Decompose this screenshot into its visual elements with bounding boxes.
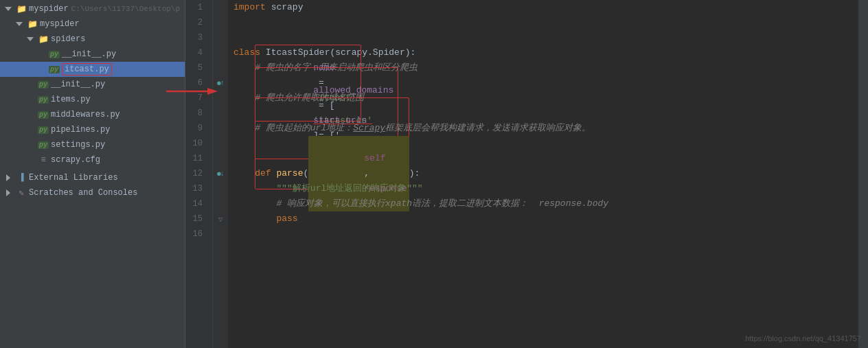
sidebar-item-label10: settings.py	[51, 140, 105, 150]
arrow-down-icon	[3, 3, 14, 14]
code-line-15: pass	[233, 211, 858, 227]
gutter-11	[213, 151, 228, 166]
sidebar-item-spiders[interactable]: 📁 spiders	[0, 32, 185, 47]
paren2: ):	[405, 45, 416, 60]
bar-chart-icon: ▐	[16, 172, 27, 183]
gutter-15: ▽	[213, 211, 228, 227]
scratch-icon: ✎	[16, 187, 27, 198]
py-file-icon2: py	[49, 64, 60, 75]
sidebar-item-items[interactable]: py items.py	[0, 92, 185, 107]
spacer5	[25, 109, 36, 120]
line-num-13: 13	[185, 181, 207, 196]
sidebar-item-itcast[interactable]: py itcast.py	[0, 62, 185, 77]
sidebar-item-label6: __init__.py	[51, 80, 105, 89]
indent14	[233, 196, 276, 211]
sidebar-item-external-libs[interactable]: ▐ External Libraries	[0, 170, 185, 185]
spacer1	[36, 49, 47, 60]
sidebar-item-label7: items.py	[51, 95, 91, 104]
code-line-2	[233, 15, 858, 30]
scrapy-import: scrapy	[271, 0, 304, 15]
fold-icon: ▽	[218, 215, 223, 224]
kw-pass: pass	[276, 211, 297, 227]
comment-line9b: 框架底层会帮我构建请求，发送请求获取响应对象。	[385, 121, 591, 136]
gutter: ● ↑ ● ↓ ▽	[213, 0, 228, 348]
gutter-14	[213, 196, 228, 211]
paren12a: (	[303, 166, 308, 181]
scroll-gutter[interactable]	[858, 0, 868, 348]
code-line-12: def parse ( self , response ):	[233, 166, 858, 181]
start-attr: start_urls	[313, 115, 367, 126]
sp1	[266, 0, 271, 15]
sidebar-item-label13: Scratches and Consoles	[29, 188, 137, 198]
gutter-8	[213, 106, 228, 121]
line-num-5: 5	[185, 60, 207, 76]
sidebar-item-middlewares[interactable]: py middlewares.py	[0, 107, 185, 122]
gutter-1	[213, 0, 228, 15]
param-self: self	[364, 153, 385, 163]
code-area: 1 2 3 4 5 6 7 8 9 10 11 12 13 14 15 16 ●	[185, 0, 868, 348]
code-line-1: import scrapy	[233, 0, 858, 15]
gutter-13	[213, 181, 228, 196]
sidebar-item-scrapy-cfg[interactable]: ≡ scrapy.cfg	[0, 152, 185, 167]
line-num-11: 11	[185, 151, 207, 166]
py-file-icon4: py	[38, 94, 49, 105]
arrow-down-icon2	[14, 19, 25, 30]
gutter-10	[213, 136, 228, 151]
cfg-file-icon: ≡	[38, 154, 49, 165]
spacer2	[36, 64, 47, 75]
code-line-13: """解析url地址返回的响应对象"""	[233, 181, 858, 196]
gutter-3	[213, 30, 228, 45]
code-line-3	[233, 30, 858, 45]
py-file-icon5: py	[38, 109, 49, 120]
sidebar-item-settings[interactable]: py settings.py	[0, 137, 185, 152]
sidebar-item-label2: myspider	[40, 19, 80, 29]
sidebar: 📁 myspider C:\Users\11737\Desktop\p 📁 my…	[0, 0, 185, 348]
line-num-4: 4	[185, 45, 207, 60]
sidebar-item-label9: pipelines.py	[51, 125, 110, 135]
py-file-icon1: py	[49, 49, 60, 60]
sidebar-item-label8: middlewares.py	[51, 110, 120, 119]
indent12	[233, 166, 255, 181]
gutter-16	[213, 227, 228, 242]
indent8	[233, 106, 255, 121]
indent7	[233, 91, 255, 106]
sidebar-item-label5: itcast.py	[62, 63, 112, 76]
line-num-10: 10	[185, 136, 207, 151]
line-num-1: 1	[185, 0, 207, 15]
sidebar-item-pipelines[interactable]: py pipelines.py	[0, 122, 185, 137]
watermark: https://blog.csdn.net/qq_41341757	[745, 334, 861, 343]
comma12: ,	[364, 168, 375, 178]
folder-icon3: 📁	[38, 34, 49, 45]
line-num-8: 8	[185, 106, 207, 121]
code-editor[interactable]: import scrapy class ItcastSpider ( scrap…	[228, 0, 858, 348]
sidebar-item-label4: __init__.py	[62, 49, 116, 59]
docstring-line13: """解析url地址返回的响应对象"""	[276, 181, 422, 196]
gutter-9	[213, 121, 228, 136]
gutter-4	[213, 45, 228, 60]
folder-icon: 📁	[16, 3, 27, 14]
sidebar-item-init-root[interactable]: py __init__.py	[0, 77, 185, 92]
arrow-svg	[166, 84, 221, 98]
kw-def: def	[255, 166, 271, 181]
line-num-16: 16	[185, 227, 207, 242]
paren12b: ):	[409, 166, 420, 181]
sidebar-item-label11: scrapy.cfg	[51, 155, 100, 165]
arrow-right-icon2	[3, 187, 14, 198]
sidebar-item-myspider-root[interactable]: 📁 myspider C:\Users\11737\Desktop\p	[0, 1, 185, 16]
indent10	[233, 136, 255, 151]
spacer7	[25, 139, 36, 150]
spacer4	[25, 94, 36, 105]
code-line-16	[233, 227, 858, 242]
py-file-icon6: py	[38, 124, 49, 135]
indent15	[233, 211, 276, 227]
arrow-down-icon-g: ↓	[220, 170, 225, 178]
indent5	[233, 60, 255, 76]
spacer8	[25, 154, 36, 165]
line-numbers: 1 2 3 4 5 6 7 8 9 10 11 12 13 14 15 16	[185, 0, 213, 348]
indent9	[233, 121, 255, 136]
sidebar-item-init-spiders[interactable]: py __init__.py	[0, 47, 185, 62]
sidebar-item-myspider-sub[interactable]: 📁 myspider	[0, 16, 185, 32]
sp12	[271, 166, 277, 181]
sidebar-item-scratches[interactable]: ✎ Scratches and Consoles	[0, 185, 185, 200]
spacer3	[25, 79, 36, 90]
